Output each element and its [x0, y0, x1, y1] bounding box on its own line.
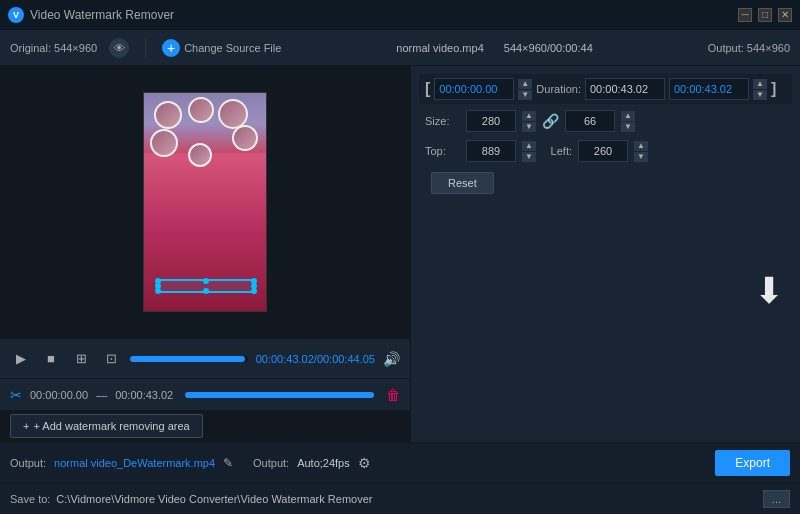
output-format-label: Output:	[253, 457, 289, 469]
play-button[interactable]: ▶	[10, 348, 32, 370]
height-spinner: ▲ ▼	[621, 111, 635, 132]
width-down[interactable]: ▼	[522, 122, 536, 132]
progress-fill	[130, 356, 245, 362]
trim-icon: ✂	[10, 387, 22, 403]
video-frame	[143, 92, 267, 312]
output-format-value: Auto;24fps	[297, 457, 350, 469]
original-size-label: Original: 544×960	[10, 42, 97, 54]
trim-delete-button[interactable]: 🗑	[386, 387, 400, 403]
height-input[interactable]	[565, 110, 615, 132]
photo-circle-2	[188, 97, 214, 123]
left-down[interactable]: ▼	[634, 152, 648, 162]
start-time-up[interactable]: ▲	[518, 79, 532, 89]
watermark-selection-box[interactable]	[156, 279, 256, 293]
left-up[interactable]: ▲	[634, 141, 648, 151]
size-label: Size:	[425, 115, 460, 127]
saveto-path: C:\Vidmore\Vidmore Video Converter\Video…	[56, 493, 756, 505]
left-label: Left:	[542, 145, 572, 157]
duration-input[interactable]	[585, 78, 665, 100]
photo-circle-1	[154, 101, 182, 129]
volume-icon[interactable]: 🔊	[383, 351, 400, 367]
trim-bar: ✂ 00:00:00.00 — 00:00:43.02 🗑	[0, 378, 410, 410]
progress-track[interactable]	[130, 356, 248, 362]
screenshot-button[interactable]: ⊡	[100, 348, 122, 370]
browse-folder-button[interactable]: ...	[763, 490, 790, 508]
open-bracket: [	[425, 80, 430, 98]
export-button[interactable]: Export	[715, 450, 790, 476]
photo-circle-4	[232, 125, 258, 151]
handle-bl[interactable]	[155, 288, 161, 294]
close-bracket: ]	[771, 80, 776, 98]
handle-tm[interactable]	[203, 278, 209, 284]
minimize-button[interactable]: ─	[738, 8, 752, 22]
photo-circle-5	[150, 129, 178, 157]
right-section: [ ▲ ▼ Duration: ▲ ▼ ] Size:	[410, 66, 800, 442]
content-wrapper: ▶ ■ ⊞ ⊡ 00:00:43.02/00:00:44.05 🔊 ✂ 00:0…	[0, 66, 800, 514]
trim-start-time: 00:00:00.00	[30, 389, 88, 401]
stop-button[interactable]: ■	[40, 348, 62, 370]
video-thumbnail	[144, 93, 266, 311]
center-row: ▶ ■ ⊞ ⊡ 00:00:43.02/00:00:44.05 🔊 ✂ 00:0…	[0, 66, 800, 442]
position-row: Top: ▲ ▼ Left: ▲ ▼	[419, 138, 792, 164]
end-time-up[interactable]: ▲	[753, 79, 767, 89]
bottom-bar: Output: normal video_DeWatermark.mp4 ✎ O…	[0, 442, 800, 482]
title-bar: V Video Watermark Remover ─ □ ✕	[0, 0, 800, 30]
download-arrow-icon: ⬇	[754, 270, 784, 312]
width-spinner: ▲ ▼	[522, 111, 536, 132]
file-info: normal video.mp4 544×960/00:00:44	[293, 42, 695, 54]
saveto-bar: Save to: C:\Vidmore\Vidmore Video Conver…	[0, 482, 800, 514]
top-input[interactable]	[466, 140, 516, 162]
maximize-button[interactable]: □	[758, 8, 772, 22]
app-title: Video Watermark Remover	[30, 8, 738, 22]
window-controls: ─ □ ✕	[738, 8, 792, 22]
left-input[interactable]	[578, 140, 628, 162]
app-icon: V	[8, 7, 24, 23]
left-section: ▶ ■ ⊞ ⊡ 00:00:43.02/00:00:44.05 🔊 ✂ 00:0…	[0, 66, 410, 442]
left-spinner: ▲ ▼	[634, 141, 648, 162]
end-time-down[interactable]: ▼	[753, 90, 767, 100]
file-dimensions-label: 544×960/00:00:44	[504, 42, 593, 54]
playback-bar: ▶ ■ ⊞ ⊡ 00:00:43.02/00:00:44.05 🔊	[0, 338, 410, 378]
edit-filename-icon[interactable]: ✎	[223, 456, 233, 470]
height-down[interactable]: ▼	[621, 122, 635, 132]
handle-br[interactable]	[251, 288, 257, 294]
end-time-spinner: ▲ ▼	[753, 79, 767, 100]
reset-button[interactable]: Reset	[431, 172, 494, 194]
link-dimensions-icon[interactable]: 🔗	[542, 113, 559, 129]
video-preview-area	[0, 66, 410, 338]
width-input[interactable]	[466, 110, 516, 132]
top-up[interactable]: ▲	[522, 141, 536, 151]
add-watermark-area-button[interactable]: + + Add watermark removing area	[10, 414, 203, 438]
time-display: 00:00:43.02/00:00:44.05	[256, 353, 375, 365]
top-down[interactable]: ▼	[522, 152, 536, 162]
timecode-row: [ ▲ ▼ Duration: ▲ ▼ ]	[419, 74, 792, 104]
top-label: Top:	[425, 145, 460, 157]
saveto-label: Save to:	[10, 493, 50, 505]
change-source-button[interactable]: + Change Source File	[162, 39, 281, 57]
add-source-icon: +	[162, 39, 180, 57]
trim-dash: —	[96, 389, 107, 401]
height-up[interactable]: ▲	[621, 111, 635, 121]
close-button[interactable]: ✕	[778, 8, 792, 22]
filename-label: normal video.mp4	[396, 42, 483, 54]
add-watermark-plus-icon: +	[23, 420, 29, 432]
start-time-down[interactable]: ▼	[518, 90, 532, 100]
start-time-input[interactable]	[434, 78, 514, 100]
trim-track[interactable]	[185, 392, 374, 398]
photo-circle-6	[188, 143, 212, 167]
preview-toggle-button[interactable]: 👁	[109, 38, 129, 58]
trim-end-time: 00:00:43.02	[115, 389, 173, 401]
end-time-input[interactable]	[669, 78, 749, 100]
size-row: Size: ▲ ▼ 🔗 ▲ ▼	[419, 108, 792, 134]
width-up[interactable]: ▲	[522, 111, 536, 121]
toolbar: Original: 544×960 👁 + Change Source File…	[0, 30, 800, 66]
settings-gear-icon[interactable]: ⚙	[358, 455, 371, 471]
top-spinner: ▲ ▼	[522, 141, 536, 162]
start-time-spinner: ▲ ▼	[518, 79, 532, 100]
handle-bm[interactable]	[203, 288, 209, 294]
reset-row: Reset	[419, 168, 792, 198]
next-frame-button[interactable]: ⊞	[70, 348, 92, 370]
add-watermark-area: + + Add watermark removing area	[0, 410, 410, 442]
output-filename[interactable]: normal video_DeWatermark.mp4	[54, 457, 215, 469]
duration-label: Duration:	[536, 83, 581, 95]
